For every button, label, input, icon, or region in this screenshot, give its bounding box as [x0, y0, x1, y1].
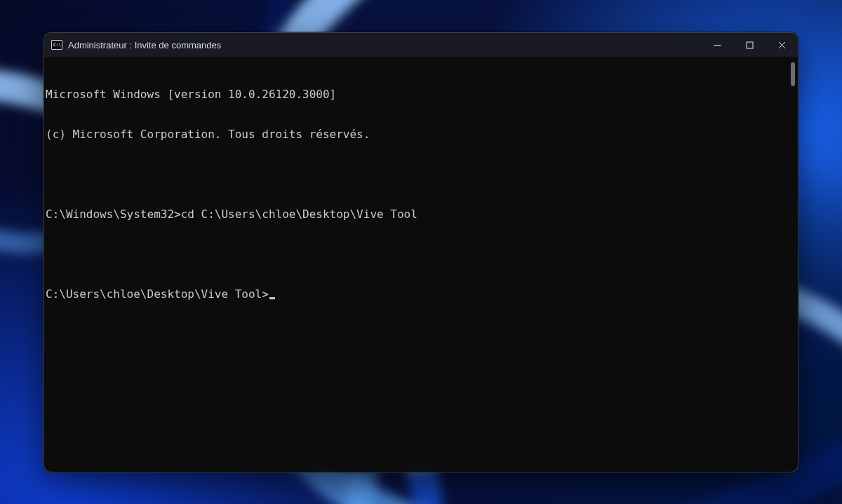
command-text: cd C:\Users\chloe\Desktop\Vive Tool	[181, 207, 417, 221]
titlebar[interactable]: Administrateur : Invite de commandes	[44, 33, 798, 57]
minimize-icon	[714, 41, 721, 49]
terminal-blank-line	[46, 247, 785, 261]
terminal-line: C:\Windows\System32>cd C:\Users\chloe\De…	[46, 207, 785, 221]
maximize-button[interactable]	[733, 33, 766, 57]
maximize-icon	[746, 41, 754, 49]
terminal-line: Microsoft Windows [version 10.0.26120.30…	[46, 88, 785, 101]
prompt-text: C:\Windows\System32>	[46, 207, 181, 221]
terminal-line: (c) Microsoft Corporation. Tous droits r…	[46, 128, 785, 141]
cursor	[269, 297, 275, 299]
terminal-current-line: C:\Users\chloe\Desktop\Vive Tool>	[46, 287, 785, 301]
terminal-blank-line	[46, 168, 785, 181]
command-prompt-window: Administrateur : Invite de commandes Mic…	[44, 32, 798, 472]
scrollbar-thumb[interactable]	[791, 62, 795, 86]
close-button[interactable]	[766, 33, 798, 57]
close-icon	[778, 41, 786, 49]
window-title: Administrateur : Invite de commandes	[68, 40, 221, 50]
prompt-text: C:\Users\chloe\Desktop\Vive Tool>	[46, 287, 269, 301]
cmd-icon	[51, 40, 62, 50]
terminal-output[interactable]: Microsoft Windows [version 10.0.26120.30…	[44, 60, 788, 472]
minimize-button[interactable]	[701, 33, 733, 57]
svg-rect-1	[747, 42, 753, 48]
